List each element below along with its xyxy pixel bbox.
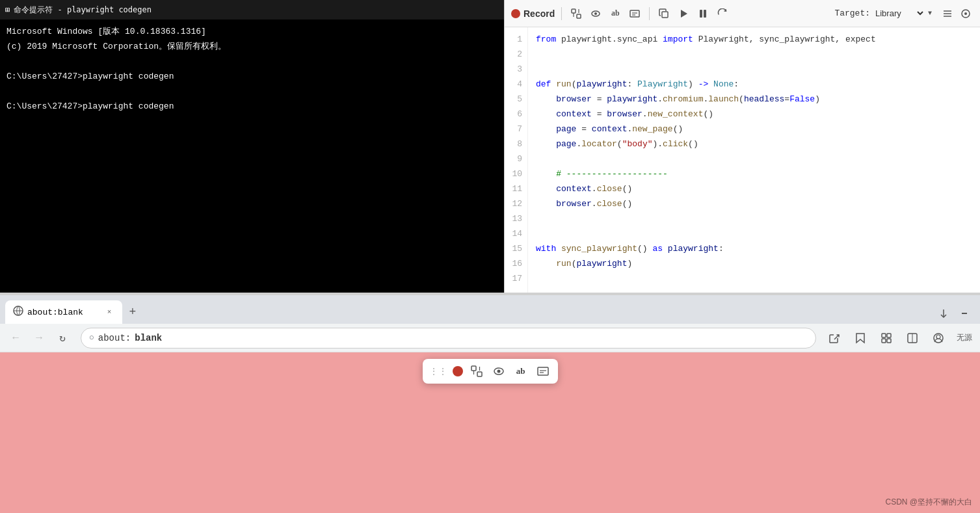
no-source-label: 无源 [954,328,975,349]
code-line [536,152,972,167]
svg-rect-11 [700,10,702,18]
code-line: # -------------------- [536,167,972,182]
code-area: 1 2 3 4 5 6 7 8 9 10 11 12 13 14 15 16 1… [505,27,980,293]
code-line: page.locator("body").click() [536,137,972,152]
tab-title: about:blank [27,308,83,317]
code-line: browser.close() [536,197,972,212]
drag-handle-icon[interactable]: ⋮⋮ [429,366,447,377]
code-line [536,47,972,62]
browser-window-controls [936,306,980,324]
refresh-icon[interactable] [715,6,730,21]
split-view-icon[interactable] [902,328,923,349]
code-line [536,272,972,287]
float-pick-locator-icon[interactable] [468,363,485,380]
terminal-line: C:\Users\27427>playwright codegen [7,99,497,114]
svg-rect-24 [887,334,891,337]
svg-rect-12 [704,10,706,18]
floating-playwright-toolbar: ⋮⋮ ab [423,359,558,384]
code-line: from playwright.sync_api import Playwrig… [536,33,972,47]
line-num: 13 [505,212,522,227]
terminal-line: (c) 2019 Microsoft Corporation。保留所有权利。 [7,40,497,55]
tab-favicon-icon [13,306,23,319]
forward-button[interactable]: → [29,328,49,349]
code-line [536,212,972,227]
terminal-icon: ⊞ [5,5,10,14]
toolbar-separator-2 [649,7,650,20]
terminal-panel: ⊞ 命令提示符 - playwright codegen Microsoft W… [0,0,504,293]
line-num: 4 [505,77,522,92]
line-num: 7 [505,122,522,137]
code-line [536,227,972,242]
refresh-button[interactable]: ↻ [52,328,73,349]
svg-point-5 [594,12,597,15]
line-num: 10 [505,167,522,182]
address-bar[interactable]: ○ about:blank [81,328,816,349]
bookmark-icon[interactable] [850,328,871,349]
line-num: 5 [505,92,522,107]
record-button[interactable]: Record [511,8,555,19]
svg-marker-22 [856,334,864,343]
browser-content: ⋮⋮ ab CSDN @坚持不懈的大白 [0,352,980,513]
code-line: context = browser.new_context() [536,107,972,122]
minimize-to-tray-icon[interactable] [936,306,951,321]
float-assert-icon[interactable] [535,363,551,380]
toolbar-more-options [940,6,973,21]
code-line: page = context.new_page() [536,122,972,137]
terminal-line: Microsoft Windows [版本 10.0.18363.1316] [7,25,497,40]
pick-locator-icon[interactable] [568,6,584,21]
nav-right-icons: 无源 [824,328,975,349]
share-icon[interactable] [824,328,845,349]
target-label: Target: [834,8,870,18]
svg-rect-32 [477,372,482,376]
text-assertion-icon[interactable]: ab [607,6,623,21]
line-num: 3 [505,62,522,77]
float-eye-icon[interactable] [490,363,507,380]
line-num: 15 [505,242,522,257]
code-lines: from playwright.sync_api import Playwrig… [528,27,980,293]
svg-rect-6 [630,10,639,17]
line-num: 6 [505,107,522,122]
terminal-content: Microsoft Windows [版本 10.0.18363.1316] (… [0,20,504,120]
copy-icon[interactable] [656,6,672,21]
record-dot-icon [511,9,520,18]
hamburger-icon[interactable] [940,6,955,21]
extension-icon[interactable] [876,328,897,349]
line-num: 11 [505,182,522,197]
line-num: 1 [505,33,522,47]
svg-rect-37 [538,367,548,375]
svg-rect-25 [882,339,886,343]
svg-rect-26 [887,339,891,343]
svg-rect-1 [577,14,581,18]
address-prefix: about: [98,333,131,343]
chevron-down-icon: ▼ [928,10,932,17]
address-secure-icon: ○ [89,333,94,343]
browser-nav-bar: ← → ↻ ○ about:blank 无源 [0,324,980,352]
code-editor-panel: Record ab [504,0,980,293]
assertion-icon[interactable] [627,6,642,21]
target-selector: Target: Library JavaScript Python ▼ [834,8,932,19]
code-line: with sync_playwright() as playwright: [536,242,972,257]
tab-close-button[interactable]: × [104,307,114,317]
browser-tab-active[interactable]: about:blank × [5,300,122,324]
float-record-button[interactable] [453,366,463,376]
browser-tab-bar: about:blank × + [0,295,980,324]
code-line: run(playwright) [536,257,972,272]
code-line: def run(playwright: Playwright) -> None: [536,77,972,92]
float-text-icon[interactable]: ab [512,363,529,380]
svg-marker-10 [681,10,687,18]
line-num: 17 [505,272,522,287]
profile-icon[interactable] [928,328,949,349]
line-num: 8 [505,137,522,152]
run-icon[interactable] [676,6,691,21]
pause-icon[interactable] [695,6,711,21]
settings-circle-icon[interactable] [958,6,973,21]
terminal-line [7,55,497,70]
browser-panel: about:blank × + ← → ↻ ○ about:blank [0,295,980,513]
line-num: 9 [505,152,522,167]
watermark: CSDN @坚持不懈的大白 [885,497,972,508]
restore-window-icon[interactable] [957,306,972,321]
back-button[interactable]: ← [5,328,26,349]
target-dropdown[interactable]: Library JavaScript Python [873,8,925,19]
new-tab-button[interactable]: + [124,303,142,321]
eye-icon[interactable] [588,6,603,21]
